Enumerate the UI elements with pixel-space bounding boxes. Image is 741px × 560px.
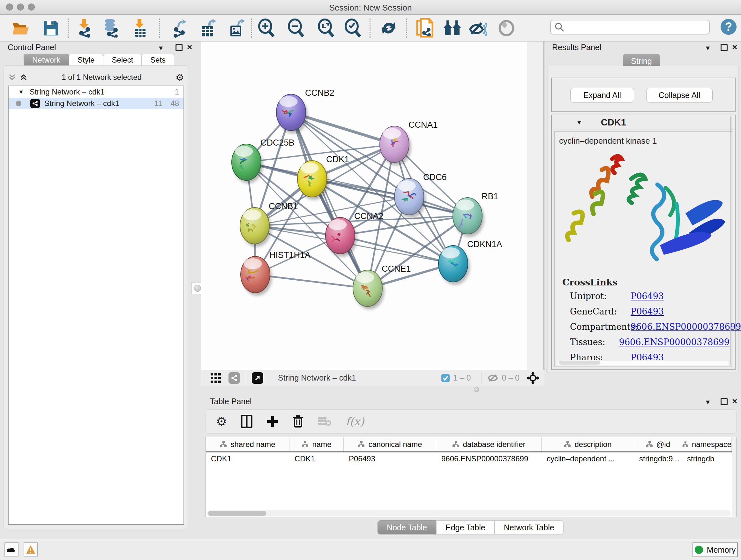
- node-table[interactable]: shared namenamecanonical namedatabase id…: [205, 437, 737, 517]
- table-cell[interactable]: CDK1: [289, 454, 344, 463]
- tab-sets[interactable]: Sets: [142, 54, 174, 66]
- table-panel-close-icon[interactable]: ×: [732, 396, 737, 407]
- collapse-all-button[interactable]: Collapse All: [646, 88, 713, 103]
- tab-network-table[interactable]: Network Table: [495, 520, 563, 535]
- results-panel-float-icon[interactable]: [721, 44, 728, 51]
- memory-button[interactable]: Memory: [692, 543, 738, 557]
- export-table-icon[interactable]: [198, 18, 217, 38]
- import-network-icon[interactable]: [74, 18, 93, 38]
- node-CCNE1[interactable]: CCNE1: [353, 264, 411, 309]
- open-in-window-icon[interactable]: [252, 372, 263, 384]
- table-row[interactable]: CDK1CDK1P064939606.ENSP00000378699cyclin…: [206, 452, 736, 465]
- table-cell[interactable]: CDK1: [206, 454, 289, 463]
- clone-network-icon[interactable]: [415, 18, 434, 38]
- control-panel-tabs: NetworkStyleSelectSets: [23, 54, 174, 66]
- node-HIST1H1A[interactable]: HIST1H1A: [241, 250, 311, 296]
- open-session-icon[interactable]: [11, 18, 30, 38]
- table-cell[interactable]: stringdb:9...: [634, 454, 682, 463]
- save-session-icon[interactable]: [42, 18, 61, 38]
- tab-style[interactable]: Style: [69, 54, 103, 66]
- fit-content-crosshair-icon[interactable]: [527, 372, 539, 384]
- export-image-icon[interactable]: [227, 18, 246, 38]
- zoom-selected-icon[interactable]: [343, 18, 362, 38]
- crosslink-link[interactable]: P06493: [630, 307, 664, 316]
- node-CDC6[interactable]: CDC6: [394, 172, 447, 218]
- column-header-namespace[interactable]: namespace: [682, 437, 732, 451]
- table-cell[interactable]: cyclin–dependent ...: [542, 454, 634, 463]
- export-network-icon[interactable]: [170, 18, 189, 38]
- search-box[interactable]: [550, 20, 710, 35]
- share-network-icon[interactable]: [228, 372, 240, 384]
- expand-all-icon[interactable]: [8, 73, 16, 81]
- tab-edge-table[interactable]: Edge Table: [436, 520, 495, 535]
- node-CDK1[interactable]: CDK1: [297, 154, 349, 200]
- gene-detail-hscrollbar[interactable]: [558, 360, 729, 365]
- column-header--id[interactable]: @id: [634, 437, 682, 451]
- tree-expander-icon[interactable]: ▼: [18, 89, 24, 96]
- crosslink-link[interactable]: P06493: [630, 291, 664, 301]
- import-network-database-icon[interactable]: [101, 18, 120, 38]
- control-panel-menu-icon[interactable]: ▾: [159, 44, 163, 52]
- network-tree-row-selected[interactable]: String Network – cdk1 11 48: [9, 98, 184, 109]
- birds-eye-grid-icon[interactable]: [210, 372, 221, 384]
- control-panel-float-icon[interactable]: [176, 44, 183, 51]
- column-header-description[interactable]: description: [542, 437, 634, 451]
- table-cell[interactable]: 9606.ENSP00000378699: [436, 454, 542, 463]
- tab-network[interactable]: Network: [23, 54, 69, 66]
- column-header-database-identifier[interactable]: database identifier: [436, 437, 542, 451]
- collapse-all-icon[interactable]: [19, 73, 28, 81]
- control-panel-close-icon[interactable]: ×: [187, 42, 192, 52]
- edge-CCNA2-CDKN1A[interactable]: [340, 236, 453, 264]
- table-panel-float-icon[interactable]: [721, 398, 728, 405]
- column-header-shared-name[interactable]: shared name: [206, 437, 289, 451]
- results-panel-menu-icon[interactable]: ▾: [706, 44, 710, 52]
- node-label-CDC6: CDC6: [423, 172, 447, 182]
- bottom-splitter-handle[interactable]: [474, 387, 479, 392]
- network-canvas[interactable]: CCNB2CCNA1CDC25BCDK1CDC6RB1CCNB1CCNA2CDK…: [201, 42, 527, 370]
- show-columns-icon[interactable]: [241, 415, 253, 428]
- network-tree-root-row[interactable]: ▼ String Network – cdk1 1: [9, 86, 184, 98]
- table-cell[interactable]: stringdb: [682, 454, 732, 463]
- node-CCNB2[interactable]: CCNB2: [276, 88, 334, 133]
- crosslink-link[interactable]: 9606.ENSP00000378699: [630, 322, 741, 332]
- delete-column-trash-icon[interactable]: [293, 415, 304, 428]
- node-CDKN1A[interactable]: CDKN1A: [439, 240, 502, 285]
- node-label-CCNB1: CCNB1: [269, 201, 298, 211]
- function-builder-icon[interactable]: f(x): [346, 415, 364, 428]
- zoom-out-icon[interactable]: [286, 18, 306, 38]
- cloud-button[interactable]: [4, 543, 18, 557]
- gene-name: CDK1: [601, 117, 626, 128]
- tab-select[interactable]: Select: [103, 54, 142, 66]
- show-graphics-details-icon[interactable]: [497, 18, 516, 38]
- table-settings-gear-icon[interactable]: ⚙: [216, 415, 227, 428]
- hide-graphics-details-icon[interactable]: [468, 18, 488, 38]
- column-header-canonical-name[interactable]: canonical name: [344, 437, 436, 451]
- results-panel-close-icon[interactable]: ×: [732, 42, 737, 52]
- help-button[interactable]: ?: [721, 19, 737, 35]
- apply-layout-icon[interactable]: [379, 18, 398, 38]
- edge-CCNE1-HIST1H1A[interactable]: [255, 274, 367, 288]
- network-options-gear-icon[interactable]: ⚙: [176, 72, 184, 83]
- crosslink-link[interactable]: 9606.ENSP00000378699: [619, 337, 730, 347]
- import-table-icon[interactable]: [130, 18, 149, 38]
- column-header-name[interactable]: name: [289, 437, 344, 451]
- gene-description: cyclin–dependent kinase 1: [559, 136, 657, 146]
- zoom-in-icon[interactable]: [257, 18, 276, 38]
- node-RB1[interactable]: RB1: [453, 192, 498, 237]
- expand-all-button[interactable]: Expand All: [570, 88, 634, 103]
- hidden-eye-icon[interactable]: [488, 374, 498, 382]
- create-column-plus-icon[interactable]: [266, 415, 279, 428]
- search-input[interactable]: [564, 23, 701, 32]
- table-vscrollbar[interactable]: [732, 437, 736, 516]
- selected-checkbox-icon[interactable]: [441, 374, 450, 382]
- table-panel-menu-icon[interactable]: ▾: [706, 397, 710, 407]
- gene-expander-icon[interactable]: ▼: [576, 119, 583, 126]
- zoom-fit-icon[interactable]: [317, 18, 336, 38]
- table-hscrollbar[interactable]: [207, 510, 731, 516]
- gene-section-header[interactable]: ▼ CDK1: [552, 115, 735, 130]
- warning-button[interactable]: [23, 543, 38, 557]
- tab-node-table[interactable]: Node Table: [378, 520, 436, 535]
- table-cell[interactable]: P06493: [344, 454, 436, 463]
- string-home-icon[interactable]: [443, 18, 462, 38]
- delete-table-icon[interactable]: [318, 416, 332, 427]
